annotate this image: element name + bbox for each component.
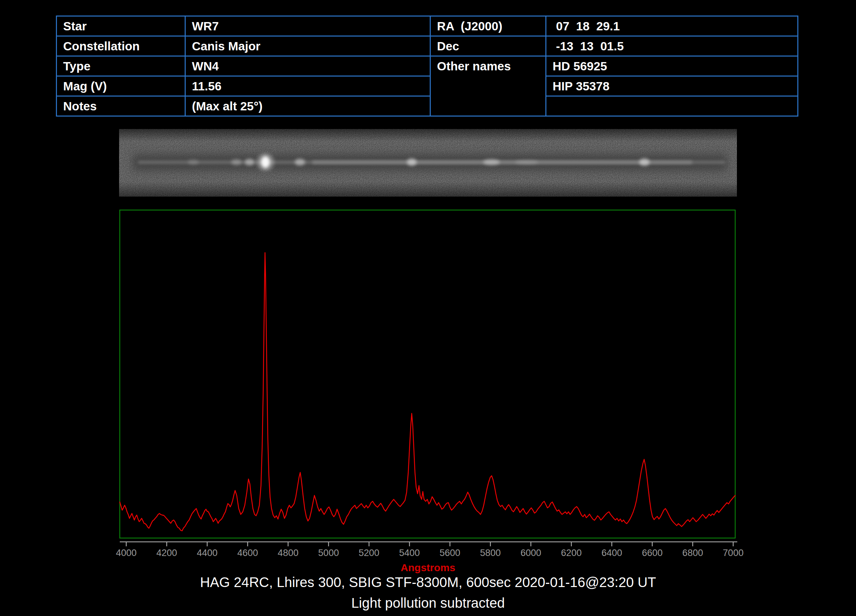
x-axis-tick-label: 6000: [520, 548, 541, 558]
x-axis-tick-label: 4000: [116, 548, 137, 558]
x-axis-tick-label: 5600: [440, 548, 460, 558]
x-axis-tick-labels: 4000420044004600480050005200540056005800…: [116, 548, 744, 558]
mag-label: Mag (V): [57, 76, 185, 96]
other-names-label: Other names: [430, 56, 546, 116]
mag-value: 11.56: [185, 76, 430, 96]
x-axis-tick-label: 5800: [480, 548, 501, 558]
table-row: Notes (Max alt 25°): [57, 96, 798, 116]
x-axis-tick-label: 6200: [561, 548, 582, 558]
x-axis-tick-label: 6400: [601, 548, 622, 558]
type-label: Type: [57, 56, 185, 76]
x-axis-tick-label: 5200: [359, 548, 379, 558]
x-axis-ticks: [126, 542, 733, 546]
spectrum-strip-image: [119, 129, 737, 197]
x-axis-tick-label: 6800: [682, 548, 703, 558]
star-label: Star: [57, 16, 185, 36]
spectrum-strip-svg: [119, 129, 737, 197]
other-name-value-3: [546, 96, 798, 116]
table-row: Star WR7 RA (J2000) 07 18 29.1: [57, 16, 798, 36]
table-row: Constellation Canis Major Dec -13 13 01.…: [57, 36, 798, 56]
notes-label: Notes: [57, 96, 185, 116]
x-axis-tick-label: 5000: [318, 548, 339, 558]
other-name-value-1: HD 56925: [546, 56, 798, 76]
ra-label: RA (J2000): [430, 16, 546, 36]
other-name-value-2: HIP 35378: [546, 76, 798, 96]
dec-label: Dec: [430, 36, 546, 56]
x-axis-tick-label: 5400: [399, 548, 420, 558]
page: { "info_table": { "left": [ {"label": "S…: [0, 0, 856, 616]
x-axis-tick-label: 4600: [237, 548, 258, 558]
constellation-value: Canis Major: [185, 36, 430, 56]
caption-processing: Light pollution subtracted: [0, 595, 856, 611]
caption-equipment: HAG 24RC, Lhires 300, SBIG STF-8300M, 60…: [0, 575, 856, 590]
notes-value: (Max alt 25°): [185, 96, 430, 116]
x-axis-tick-label: 6600: [642, 548, 663, 558]
x-axis-tick-label: 4400: [197, 548, 217, 558]
star-value: WR7: [185, 16, 430, 36]
spectrum-trace: [120, 253, 735, 531]
star-info-table: Star WR7 RA (J2000) 07 18 29.1 Constella…: [56, 15, 798, 117]
table-row: Type WN4 Other names HD 56925: [57, 56, 798, 76]
x-axis-tick-label: 7000: [723, 548, 744, 558]
spectrum-plot-area: 4000420044004600480050005200540056005800…: [114, 207, 745, 583]
table-row: Mag (V) 11.56 HIP 35378: [57, 76, 798, 96]
plot-border: [120, 210, 735, 538]
strip-vignette: [119, 129, 737, 197]
spectrum-plot: 4000420044004600480050005200540056005800…: [114, 207, 745, 583]
ra-value: 07 18 29.1: [546, 16, 798, 36]
x-axis-title: Angstroms: [401, 562, 455, 573]
type-value: WN4: [185, 56, 430, 76]
x-axis-tick-label: 4800: [278, 548, 299, 558]
constellation-label: Constellation: [57, 36, 185, 56]
x-axis-tick-label: 4200: [156, 548, 177, 558]
dec-value: -13 13 01.5: [546, 36, 798, 56]
